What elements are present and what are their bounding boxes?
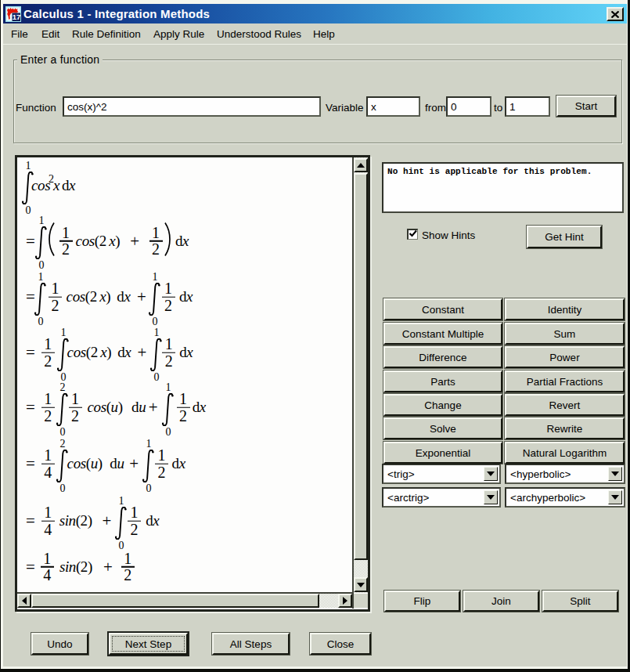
svg-text:17: 17 <box>13 13 21 21</box>
